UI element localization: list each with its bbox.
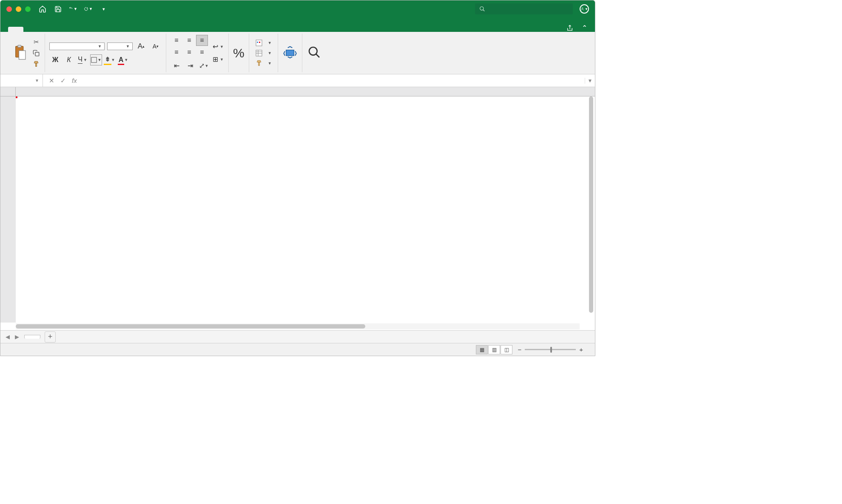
name-box[interactable]: ▼ bbox=[0, 74, 43, 87]
tab-insert[interactable] bbox=[23, 27, 39, 32]
view-buttons: ▦ ▥ ◫ bbox=[476, 345, 512, 354]
bold-button[interactable]: Ж bbox=[49, 54, 61, 65]
search-field[interactable] bbox=[488, 6, 569, 13]
status-bar: ▦ ▥ ◫ − + bbox=[0, 343, 595, 356]
fill-color-button[interactable]: ▼ bbox=[104, 54, 116, 65]
page-break-view-button[interactable]: ◫ bbox=[501, 345, 512, 354]
confirm-formula-icon[interactable]: ✓ bbox=[60, 77, 66, 85]
format-painter-icon[interactable] bbox=[32, 60, 40, 68]
formula-bar: ▼ ✕ ✓ fx ▼ bbox=[0, 74, 595, 87]
sheet-tabs-bar: ◀ ▶ + bbox=[0, 330, 595, 343]
alignment-group: ≡ ≡ ≡ ≡ ≡ ≡ ⇤ ⇥ ⤢▼ ↩▼ ⊞▼ bbox=[166, 34, 229, 72]
svg-line-1 bbox=[483, 10, 485, 11]
increase-indent-icon[interactable]: ⇥ bbox=[184, 60, 196, 71]
selection-border bbox=[16, 96, 17, 98]
font-color-button[interactable]: А▼ bbox=[117, 54, 129, 65]
svg-rect-12 bbox=[259, 42, 260, 43]
maximize-icon[interactable] bbox=[25, 6, 31, 12]
ribbon-toolbar: ✂ ▼ ▼ A▴ A▾ Ж К Ч▼ ▼ ▼ А▼ bbox=[0, 32, 595, 74]
sheet-tab[interactable] bbox=[24, 335, 40, 339]
tab-page-layout[interactable] bbox=[39, 27, 54, 32]
svg-point-0 bbox=[480, 7, 484, 10]
redo-icon[interactable]: ▼ bbox=[84, 5, 93, 13]
expand-formula-bar-icon[interactable]: ▼ bbox=[585, 78, 595, 84]
wrap-text-button[interactable]: ↩▼ bbox=[212, 41, 224, 52]
tab-review[interactable] bbox=[85, 27, 100, 32]
sheet-nav-next-icon[interactable]: ▶ bbox=[12, 334, 22, 340]
copy-icon[interactable] bbox=[32, 49, 40, 57]
conditional-formatting-button[interactable]: ▼ bbox=[253, 38, 273, 48]
increase-font-icon[interactable]: A▴ bbox=[135, 41, 147, 52]
collapse-ribbon-icon[interactable]: ⌃ bbox=[582, 24, 587, 32]
tab-view[interactable] bbox=[100, 27, 115, 32]
decrease-font-icon[interactable]: A▾ bbox=[150, 41, 162, 52]
cancel-formula-icon[interactable]: ✕ bbox=[49, 77, 54, 85]
italic-button[interactable]: К bbox=[63, 54, 75, 65]
align-left-icon[interactable]: ≡ bbox=[171, 47, 182, 58]
close-icon[interactable] bbox=[6, 6, 12, 12]
tab-data[interactable] bbox=[69, 27, 85, 32]
horizontal-scrollbar[interactable] bbox=[16, 323, 580, 329]
align-bottom-icon[interactable]: ≡ bbox=[196, 35, 208, 46]
home-icon[interactable] bbox=[38, 5, 47, 13]
svg-rect-8 bbox=[36, 63, 37, 66]
select-all-corner[interactable] bbox=[0, 87, 16, 96]
font-name-select[interactable]: ▼ bbox=[49, 42, 105, 50]
zoom-slider[interactable]: − + bbox=[518, 346, 583, 353]
svg-rect-7 bbox=[35, 52, 39, 56]
normal-view-button[interactable]: ▦ bbox=[476, 345, 488, 354]
align-right-icon[interactable]: ≡ bbox=[196, 47, 208, 58]
align-top-icon[interactable]: ≡ bbox=[171, 35, 182, 46]
add-sheet-button[interactable]: + bbox=[45, 331, 56, 343]
svg-rect-9 bbox=[91, 57, 96, 62]
svg-point-2 bbox=[582, 8, 583, 9]
border-button[interactable]: ▼ bbox=[90, 54, 102, 65]
font-size-select[interactable]: ▼ bbox=[107, 42, 133, 50]
app-window: ▼ ▼ ▾ ▼ ⌃ bbox=[0, 0, 595, 356]
column-headers bbox=[0, 87, 595, 96]
tab-formulas[interactable] bbox=[54, 27, 69, 32]
svg-rect-13 bbox=[256, 50, 262, 56]
orientation-icon[interactable]: ⤢▼ bbox=[198, 60, 210, 71]
underline-button[interactable]: Ч▼ bbox=[77, 54, 88, 65]
zoom-in-button[interactable]: + bbox=[579, 346, 583, 353]
align-center-icon[interactable]: ≡ bbox=[183, 47, 195, 58]
zoom-out-button[interactable]: − bbox=[518, 346, 521, 353]
svg-rect-18 bbox=[286, 50, 294, 55]
cells-button[interactable] bbox=[282, 45, 298, 62]
cell-styles-button[interactable]: ▼ bbox=[253, 59, 273, 68]
svg-rect-5 bbox=[18, 45, 21, 47]
decrease-indent-icon[interactable]: ⇤ bbox=[171, 60, 182, 71]
format-as-table-button[interactable]: ▼ bbox=[253, 48, 273, 58]
clipboard-group: ✂ bbox=[8, 34, 45, 72]
sheet-nav-prev-icon[interactable]: ◀ bbox=[3, 334, 12, 340]
fx-icon[interactable]: fx bbox=[72, 77, 77, 85]
svg-rect-11 bbox=[257, 42, 258, 43]
styles-group: ▼ ▼ ▼ bbox=[249, 34, 278, 72]
editing-group bbox=[302, 34, 326, 72]
vertical-scrollbar[interactable] bbox=[588, 96, 594, 322]
qat-customize-icon[interactable]: ▾ bbox=[100, 5, 108, 13]
font-group: ▼ ▼ A▴ A▾ Ж К Ч▼ ▼ ▼ А▼ bbox=[45, 34, 166, 72]
titlebar: ▼ ▼ ▾ ▼ bbox=[0, 0, 595, 17]
merge-button[interactable]: ⊞▼ bbox=[212, 54, 224, 65]
paste-button[interactable] bbox=[12, 45, 28, 62]
svg-rect-6 bbox=[19, 51, 25, 59]
search-input[interactable] bbox=[475, 3, 573, 14]
cut-icon[interactable]: ✂ bbox=[32, 38, 40, 46]
tab-home[interactable] bbox=[8, 27, 23, 32]
svg-line-20 bbox=[316, 54, 319, 57]
minimize-icon[interactable] bbox=[16, 6, 21, 12]
user-icon[interactable]: ▼ bbox=[580, 4, 589, 14]
percent-icon[interactable]: % bbox=[233, 46, 245, 60]
share-button[interactable] bbox=[566, 25, 576, 31]
save-icon[interactable] bbox=[54, 5, 62, 13]
page-layout-view-button[interactable]: ▥ bbox=[488, 345, 500, 354]
undo-icon[interactable]: ▼ bbox=[69, 5, 77, 13]
window-controls bbox=[6, 6, 31, 12]
svg-rect-17 bbox=[258, 62, 259, 65]
sheet-area bbox=[0, 87, 595, 330]
align-middle-icon[interactable]: ≡ bbox=[183, 35, 195, 46]
cells-grid[interactable] bbox=[16, 96, 595, 323]
editing-button[interactable] bbox=[307, 45, 322, 62]
